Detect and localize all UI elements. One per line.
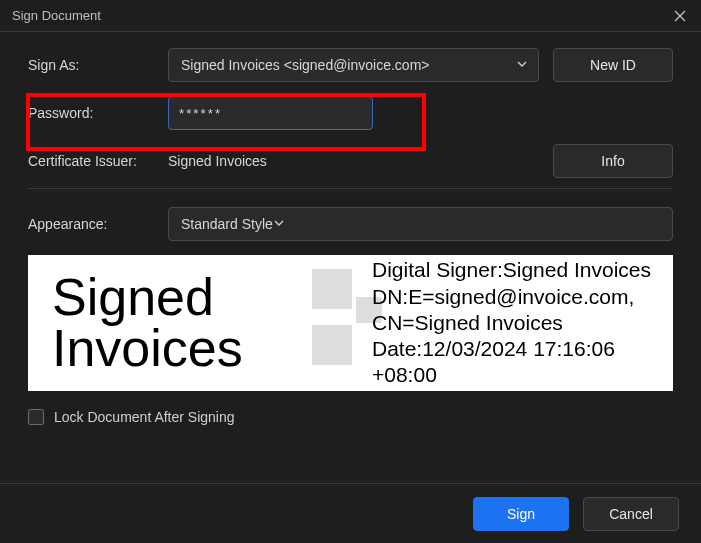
sign-as-value: Signed Invoices <signed@invoice.com> (181, 57, 429, 73)
password-label: Password: (28, 105, 168, 121)
cancel-label: Cancel (609, 506, 653, 522)
new-id-button[interactable]: New ID (553, 48, 673, 82)
password-row: Password: (28, 96, 673, 130)
signature-details: Digital Signer:Signed Invoices DN:E=sign… (372, 257, 655, 388)
sign-as-select[interactable]: Signed Invoices <signed@invoice.com> (168, 48, 539, 82)
sign-as-label: Sign As: (28, 57, 168, 73)
signature-name: Signed Invoices (52, 272, 352, 374)
cancel-button[interactable]: Cancel (583, 497, 679, 531)
signature-preview: Signed Invoices Digital Signer:Signed In… (28, 255, 673, 391)
appearance-select[interactable]: Standard Style (168, 207, 673, 241)
info-button[interactable]: Info (553, 144, 673, 178)
titlebar: Sign Document (0, 0, 701, 32)
appearance-label: Appearance: (28, 216, 168, 232)
issuer-value: Signed Invoices (168, 153, 539, 169)
sign-label: Sign (507, 506, 535, 522)
sign-as-row: Sign As: Signed Invoices <signed@invoice… (28, 48, 673, 82)
chevron-down-icon (273, 216, 285, 232)
divider (28, 188, 673, 189)
appearance-value: Standard Style (181, 216, 273, 232)
dialog-title: Sign Document (12, 8, 101, 23)
lock-row: Lock Document After Signing (28, 409, 673, 425)
chevron-down-icon (516, 57, 528, 73)
new-id-label: New ID (590, 57, 636, 73)
issuer-row: Certificate Issuer: Signed Invoices Info (28, 144, 673, 178)
lock-checkbox[interactable] (28, 409, 44, 425)
info-label: Info (601, 153, 624, 169)
appearance-row: Appearance: Standard Style (28, 207, 673, 241)
issuer-label: Certificate Issuer: (28, 153, 168, 169)
lock-label: Lock Document After Signing (54, 409, 235, 425)
footer: Sign Cancel (0, 483, 701, 543)
sign-button[interactable]: Sign (473, 497, 569, 531)
close-icon[interactable] (671, 7, 689, 25)
password-input[interactable] (168, 96, 373, 130)
